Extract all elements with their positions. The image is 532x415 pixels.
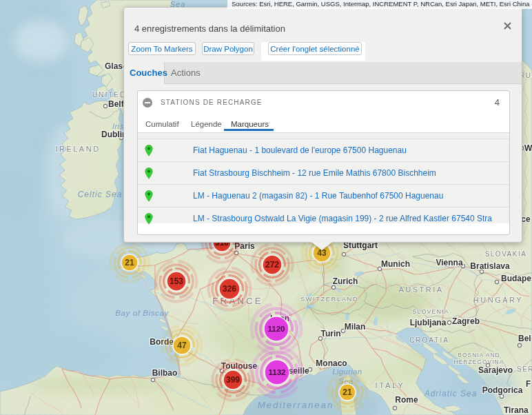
svg-text:1132: 1132 — [269, 368, 286, 376]
svg-text:Ljubljana: Ljubljana — [410, 318, 447, 327]
svg-text:HERZEGOVINA: HERZEGOVINA — [454, 358, 504, 365]
svg-text:153: 153 — [170, 276, 183, 286]
svg-text:399: 399 — [226, 375, 240, 385]
svg-text:Tirana: Tirana — [504, 405, 529, 415]
svg-text:47: 47 — [177, 341, 187, 350]
svg-text:Podgorica: Podgorica — [482, 385, 523, 395]
svg-text:SLOVAKIA: SLOVAKIA — [485, 250, 527, 258]
svg-text:Munich: Munich — [381, 259, 410, 269]
svg-text:IRELAND: IRELAND — [55, 145, 100, 153]
svg-text:272: 272 — [265, 260, 279, 270]
svg-text:Vienna: Vienna — [436, 258, 462, 267]
svg-text:Bilbao: Bilbao — [152, 368, 178, 378]
svg-text:1120: 1120 — [268, 325, 285, 333]
svg-text:21: 21 — [342, 387, 352, 397]
svg-text:CROATIA: CROATIA — [409, 336, 449, 344]
svg-text:Celtic Sea: Celtic Sea — [78, 190, 123, 199]
svg-text:Zurich: Zurich — [333, 276, 358, 286]
svg-text:Rome: Rome — [395, 395, 418, 405]
svg-text:Sarajevo: Sarajevo — [478, 365, 513, 375]
svg-text:326: 326 — [223, 284, 236, 294]
svg-text:SLOVENIA: SLOVENIA — [412, 308, 449, 315]
svg-text:21: 21 — [125, 258, 134, 267]
svg-text:Turin: Turin — [320, 329, 340, 338]
svg-text:Budapest: Budapest — [501, 274, 532, 283]
svg-text:Bay of Biscay: Bay of Biscay — [115, 309, 169, 317]
svg-text:SWITZERLAND: SWITZERLAND — [300, 295, 359, 303]
svg-text:Adriatic Sea: Adriatic Sea — [424, 389, 478, 398]
svg-text:SERBIA: SERBIA — [517, 365, 532, 373]
svg-text:Mediterranean: Mediterranean — [258, 400, 334, 410]
svg-text:Ligurian: Ligurian — [332, 367, 362, 376]
svg-text:UNITED: UNITED — [92, 91, 126, 99]
svg-text:AUSTRIA: AUSTRIA — [398, 285, 443, 294]
svg-text:BOSNIA AND: BOSNIA AND — [458, 352, 500, 358]
svg-text:Zagreb: Zagreb — [452, 316, 480, 326]
svg-text:HUNGARY: HUNGARY — [473, 296, 523, 304]
svg-text:Bratislava: Bratislava — [470, 261, 510, 271]
svg-text:Monaco: Monaco — [316, 358, 347, 368]
svg-text:Bel: Bel — [518, 334, 531, 343]
svg-text:W: W — [524, 143, 532, 153]
svg-text:F: F — [526, 379, 531, 389]
svg-text:ITALY: ITALY — [375, 381, 405, 389]
svg-text:Milan: Milan — [345, 322, 366, 332]
